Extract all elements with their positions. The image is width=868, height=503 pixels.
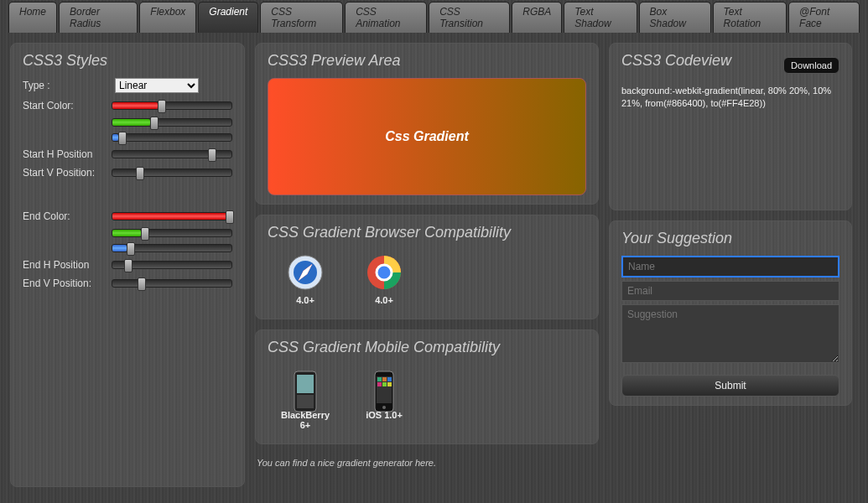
blackberry-icon [288, 370, 323, 405]
safari-icon [288, 255, 323, 290]
compat-safari: 4.0+ [276, 255, 335, 305]
name-field[interactable] [621, 256, 839, 277]
start-h-slider[interactable] [112, 150, 232, 158]
tab-text-rotation[interactable]: Text Rotation [713, 2, 787, 33]
tab-gradient[interactable]: Gradient [198, 2, 258, 33]
svg-rect-15 [377, 382, 382, 386]
compat-ios: iOS 1.0+ [355, 370, 413, 430]
browser-compat-panel: CSS Gradient Browser Compatibility 4.0+ … [255, 215, 599, 319]
compat-blackberry: BlackBerry 6+ [276, 370, 335, 430]
tab-text-shadow[interactable]: Text Shadow [564, 2, 637, 33]
styles-title: CSS3 Styles [23, 52, 232, 70]
end-green-slider[interactable] [112, 229, 232, 237]
end-h-slider[interactable] [112, 261, 232, 269]
tab-css-animation[interactable]: CSS Animation [345, 2, 427, 33]
svg-rect-12 [377, 377, 382, 381]
styles-panel: CSS3 Styles Type : Linear Start Color: S… [10, 43, 245, 487]
codeview-title: CSS3 Codeview [621, 52, 731, 70]
svg-rect-13 [382, 377, 387, 381]
browser-compat-title: CSS Gradient Browser Compatibility [268, 224, 586, 241]
end-blue-slider[interactable] [112, 244, 232, 252]
end-h-label: End H Position [23, 259, 112, 271]
start-v-slider[interactable] [112, 169, 232, 177]
svg-point-11 [382, 406, 386, 409]
chrome-version: 4.0+ [355, 295, 413, 305]
iphone-icon [366, 370, 402, 405]
end-color-label: End Color: [23, 210, 112, 222]
start-h-label: Start H Position [23, 148, 112, 160]
gradient-preview: Css Gradient [268, 78, 586, 195]
download-button[interactable]: Download [783, 57, 839, 74]
tab-css-transform[interactable]: CSS Transform [260, 2, 343, 33]
type-select[interactable]: Linear [115, 78, 199, 93]
start-blue-slider[interactable] [112, 133, 232, 142]
end-v-label: End V Position: [23, 277, 112, 289]
tab-font-face[interactable]: @Font Face [788, 2, 860, 33]
email-field[interactable] [621, 281, 839, 301]
svg-rect-17 [387, 382, 392, 386]
preview-label: Css Gradient [385, 129, 469, 144]
tab-border-radius[interactable]: Border Radius [59, 2, 138, 33]
type-label: Type : [23, 80, 115, 91]
tab-rgba[interactable]: RGBA [512, 2, 562, 33]
tab-flexbox[interactable]: Flexbox [139, 2, 196, 33]
footnote-text[interactable]: You can find a nice gradient generator h… [255, 454, 599, 471]
suggestion-panel: Your Suggestion Submit [609, 220, 852, 406]
tab-box-shadow[interactable]: Box Shadow [639, 2, 711, 33]
end-v-slider[interactable] [112, 279, 232, 288]
start-v-label: Start V Position: [23, 167, 112, 179]
codeview-panel: CSS3 Codeview Download background:-webki… [609, 43, 852, 210]
svg-rect-14 [387, 377, 392, 381]
preview-title: CSS3 Preview Area [268, 52, 586, 70]
mobile-compat-title: CSS Gradient Mobile Compatibility [268, 339, 586, 356]
nav-tabs: Home Border Radius Flexbox Gradient CSS … [0, 0, 868, 33]
start-color-label: Start Color: [23, 100, 112, 111]
mobile-compat-panel: CSS Gradient Mobile Compatibility BlackB… [255, 329, 599, 444]
safari-version: 4.0+ [276, 295, 335, 305]
ios-version: iOS 1.0+ [355, 410, 413, 420]
suggestion-field[interactable] [621, 304, 839, 363]
chrome-icon [366, 255, 402, 290]
start-green-slider[interactable] [112, 118, 232, 127]
end-red-slider[interactable] [112, 212, 232, 220]
submit-button[interactable]: Submit [621, 375, 839, 397]
svg-rect-16 [382, 382, 387, 386]
suggestion-title: Your Suggestion [621, 230, 839, 247]
compat-chrome: 4.0+ [355, 255, 413, 305]
tab-home[interactable]: Home [8, 2, 57, 33]
preview-panel: CSS3 Preview Area Css Gradient [255, 43, 599, 205]
blackberry-version: BlackBerry 6+ [276, 410, 335, 430]
svg-rect-7 [297, 375, 314, 393]
start-red-slider[interactable] [112, 101, 232, 110]
svg-point-5 [377, 265, 392, 280]
code-output: background:-webkit-gradient(linear, 80% … [621, 85, 839, 111]
tab-css-transition[interactable]: CSS Transition [429, 2, 510, 33]
svg-rect-8 [297, 395, 314, 408]
